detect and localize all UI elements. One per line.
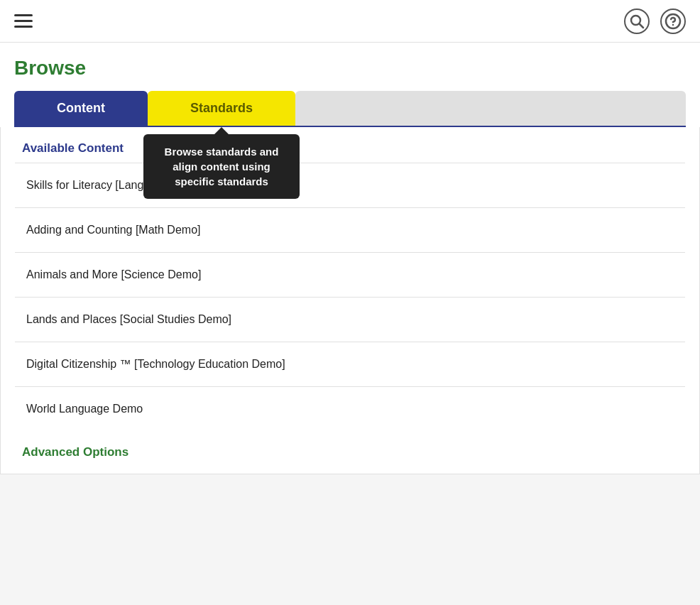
hamburger-line-3 (14, 26, 33, 28)
svg-line-1 (640, 23, 644, 28)
list-item-literacy[interactable]: Skills for Literacy [Language Arts Demo] (15, 163, 685, 208)
content-list: Skills for Literacy [Language Arts Demo]… (15, 163, 685, 431)
list-item-text: Adding and Counting [Math Demo] (26, 224, 200, 236)
hamburger-menu-icon[interactable] (14, 14, 33, 28)
available-content-header: Available Content (1, 127, 699, 163)
page-content: Browse Content Standards Browse standard… (0, 43, 700, 127)
main-panel: Available Content Skills for Literacy [L… (0, 127, 700, 474)
tab-third (295, 91, 686, 126)
header-left (14, 14, 33, 28)
list-item-math[interactable]: Adding and Counting [Math Demo] (15, 208, 685, 253)
tooltip-text: Browse standards and align content using… (165, 146, 279, 187)
list-item-text: World Language Demo (26, 403, 143, 415)
standards-tab-wrapper: Standards Browse standards and align con… (148, 91, 295, 126)
list-item-text: Digital Citizenship ™ [Technology Educat… (26, 358, 285, 370)
list-item-text: Lands and Places [Social Studies Demo] (26, 313, 231, 325)
tab-content[interactable]: Content (14, 91, 148, 126)
standards-tooltip: Browse standards and align content using… (143, 134, 300, 199)
hamburger-line-2 (14, 20, 33, 22)
tab-bar: Content Standards Browse standards and a… (14, 91, 686, 127)
hamburger-line-1 (14, 14, 33, 16)
help-icon[interactable] (660, 9, 686, 34)
list-item-science[interactable]: Animals and More [Science Demo] (15, 253, 685, 298)
list-item-technology[interactable]: Digital Citizenship ™ [Technology Educat… (15, 342, 685, 387)
list-item-social-studies[interactable]: Lands and Places [Social Studies Demo] (15, 298, 685, 342)
header-right (624, 9, 686, 34)
header (0, 0, 700, 43)
list-item-text: Animals and More [Science Demo] (26, 268, 201, 280)
search-icon[interactable] (624, 9, 650, 34)
advanced-options[interactable]: Advanced Options (1, 431, 699, 474)
page-title: Browse (14, 57, 686, 80)
list-item-language[interactable]: World Language Demo (15, 387, 685, 431)
tab-standards[interactable]: Standards (148, 91, 295, 126)
